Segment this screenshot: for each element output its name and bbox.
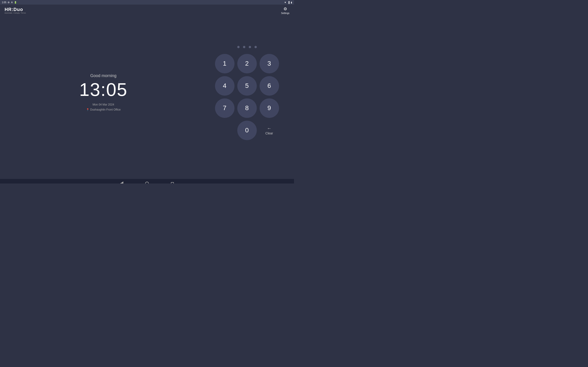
key-9[interactable]: 9 <box>259 98 279 118</box>
battery-icon: 🔋 <box>14 1 17 4</box>
keypad-panel: 1 2 3 4 5 6 7 8 9 0 ← Clear <box>207 46 294 149</box>
key-2[interactable]: 2 <box>237 54 257 73</box>
pin-dot-1 <box>237 46 240 48</box>
key-1[interactable]: 1 <box>215 54 234 73</box>
nav-back-button[interactable] <box>118 180 125 184</box>
gear-icon: ⚙ <box>284 6 287 11</box>
recent-icon <box>171 182 174 184</box>
location-pin-icon: 📍 <box>86 108 89 112</box>
clear-label: Clear <box>265 131 273 135</box>
nav-recent-button[interactable] <box>169 180 176 184</box>
app-container: HR:Duo Automate. Comply. Thrive. ⚙ Setti… <box>0 5 294 179</box>
key-0[interactable]: 0 <box>237 121 257 140</box>
home-icon <box>145 182 149 184</box>
date-info: Mon 04 Mar 2024 📍 Dushaughlin Front Offi… <box>86 102 121 112</box>
location-text: Dushaughlin Front Office <box>90 107 121 112</box>
settings-button[interactable]: ⚙ Settings <box>281 6 289 15</box>
pin-dot-2 <box>243 46 245 48</box>
status-bar-right: ▼ ▐ ▮ <box>284 1 292 4</box>
key-6[interactable]: 6 <box>259 76 279 96</box>
backspace-icon: ← <box>267 126 271 131</box>
battery-full-icon: ▮ <box>291 1 292 4</box>
key-empty <box>215 121 234 140</box>
signal-icon: ▐ <box>288 1 289 4</box>
nav-bar <box>0 179 294 184</box>
key-4[interactable]: 4 <box>215 76 234 96</box>
logo-text: HR:Duo <box>5 7 26 12</box>
logo: HR:Duo Automate. Comply. Thrive. <box>5 7 26 14</box>
clock-time: 13:05 <box>79 81 128 99</box>
nav-home-button[interactable] <box>144 180 150 184</box>
greeting: Good morning <box>90 73 116 78</box>
pin-dots <box>237 46 257 48</box>
keypad-grid: 1 2 3 4 5 6 7 8 9 0 ← Clear <box>215 54 279 140</box>
back-icon <box>120 181 123 184</box>
status-time: 1:05 <box>2 1 6 4</box>
date-text: Mon 04 Mar 2024 <box>86 102 121 107</box>
key-7[interactable]: 7 <box>215 98 234 118</box>
header: HR:Duo Automate. Comply. Thrive. ⚙ Setti… <box>0 5 294 16</box>
key-5[interactable]: 5 <box>237 76 257 96</box>
main-content: Good morning 13:05 Mon 04 Mar 2024 📍 Dus… <box>0 16 294 179</box>
pin-dot-3 <box>249 46 251 48</box>
clock-panel: Good morning 13:05 Mon 04 Mar 2024 📍 Dus… <box>0 73 207 121</box>
key-8[interactable]: 8 <box>237 98 257 118</box>
a-icon: A <box>11 1 13 4</box>
settings-label: Settings <box>281 12 289 15</box>
status-bar: 1:05 ⚙ A 🔋 ▼ ▐ ▮ <box>0 0 294 5</box>
pin-dot-4 <box>254 46 257 48</box>
settings-status-icon: ⚙ <box>8 1 10 4</box>
location-row: 📍 Dushaughlin Front Office <box>86 107 121 112</box>
logo-subtitle: Automate. Comply. Thrive. <box>5 12 26 14</box>
clear-button[interactable]: ← Clear <box>259 121 279 140</box>
status-bar-left: 1:05 ⚙ A 🔋 <box>2 1 17 4</box>
key-3[interactable]: 3 <box>259 54 279 73</box>
wifi-icon: ▼ <box>284 1 286 4</box>
